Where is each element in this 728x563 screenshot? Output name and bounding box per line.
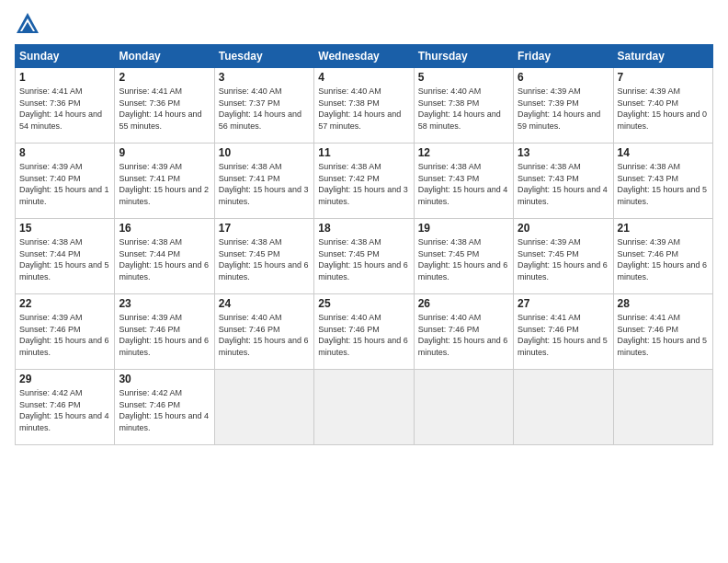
day-detail: Sunrise: 4:39 AMSunset: 7:46 PMDaylight:… — [119, 312, 210, 358]
calendar-cell — [613, 370, 712, 445]
day-detail: Sunrise: 4:40 AMSunset: 7:38 PMDaylight:… — [318, 86, 409, 132]
calendar-cell — [314, 370, 414, 445]
day-number: 18 — [318, 222, 409, 235]
day-number: 4 — [318, 71, 409, 84]
logo-icon — [15, 11, 40, 37]
calendar-table: SundayMondayTuesdayWednesdayThursdayFrid… — [15, 44, 713, 445]
day-number: 24 — [219, 297, 310, 310]
day-detail: Sunrise: 4:41 AMSunset: 7:36 PMDaylight:… — [19, 86, 110, 132]
day-number: 2 — [119, 71, 210, 84]
calendar-cell: 28 Sunrise: 4:41 AMSunset: 7:46 PMDaylig… — [613, 294, 712, 370]
calendar-header-row: SundayMondayTuesdayWednesdayThursdayFrid… — [16, 45, 713, 68]
calendar-cell — [514, 370, 613, 445]
day-number: 12 — [418, 146, 509, 159]
day-number: 25 — [318, 297, 409, 310]
day-number: 30 — [119, 373, 210, 385]
header-wednesday: Wednesday — [314, 45, 414, 68]
day-detail: Sunrise: 4:39 AMSunset: 7:41 PMDaylight:… — [119, 161, 210, 207]
calendar-cell: 29 Sunrise: 4:42 AMSunset: 7:46 PMDaylig… — [16, 370, 115, 445]
day-detail: Sunrise: 4:39 AMSunset: 7:46 PMDaylight:… — [618, 236, 709, 282]
header-monday: Monday — [115, 45, 214, 68]
calendar-cell — [214, 370, 313, 445]
day-detail: Sunrise: 4:41 AMSunset: 7:36 PMDaylight:… — [119, 86, 210, 132]
day-detail: Sunrise: 4:38 AMSunset: 7:43 PMDaylight:… — [418, 161, 509, 207]
day-detail: Sunrise: 4:39 AMSunset: 7:45 PMDaylight:… — [518, 236, 609, 282]
day-number: 17 — [219, 222, 310, 235]
page: SundayMondayTuesdayWednesdayThursdayFrid… — [0, 0, 728, 563]
calendar-cell: 22 Sunrise: 4:39 AMSunset: 7:46 PMDaylig… — [16, 294, 115, 370]
calendar-cell: 12 Sunrise: 4:38 AMSunset: 7:43 PMDaylig… — [414, 144, 513, 219]
day-detail: Sunrise: 4:38 AMSunset: 7:45 PMDaylight:… — [418, 236, 509, 282]
day-detail: Sunrise: 4:38 AMSunset: 7:45 PMDaylight:… — [318, 236, 409, 282]
calendar-cell: 27 Sunrise: 4:41 AMSunset: 7:46 PMDaylig… — [514, 294, 613, 370]
day-detail: Sunrise: 4:39 AMSunset: 7:39 PMDaylight:… — [518, 86, 609, 132]
day-number: 23 — [119, 297, 210, 310]
calendar-cell: 23 Sunrise: 4:39 AMSunset: 7:46 PMDaylig… — [115, 294, 214, 370]
day-detail: Sunrise: 4:38 AMSunset: 7:43 PMDaylight:… — [618, 161, 709, 207]
calendar-cell: 11 Sunrise: 4:38 AMSunset: 7:42 PMDaylig… — [314, 144, 414, 219]
day-detail: Sunrise: 4:39 AMSunset: 7:40 PMDaylight:… — [19, 161, 110, 207]
day-number: 3 — [219, 71, 310, 84]
day-detail: Sunrise: 4:38 AMSunset: 7:43 PMDaylight:… — [518, 161, 609, 207]
day-number: 16 — [119, 222, 210, 235]
day-number: 20 — [518, 222, 609, 235]
calendar-cell: 15 Sunrise: 4:38 AMSunset: 7:44 PMDaylig… — [16, 219, 115, 294]
day-detail: Sunrise: 4:38 AMSunset: 7:41 PMDaylight:… — [219, 161, 310, 207]
day-number: 10 — [219, 146, 310, 159]
header-sunday: Sunday — [16, 45, 115, 68]
calendar-cell: 21 Sunrise: 4:39 AMSunset: 7:46 PMDaylig… — [613, 219, 712, 294]
calendar-week-5: 29 Sunrise: 4:42 AMSunset: 7:46 PMDaylig… — [16, 370, 713, 445]
header-saturday: Saturday — [613, 45, 712, 68]
day-detail: Sunrise: 4:40 AMSunset: 7:46 PMDaylight:… — [418, 312, 509, 358]
day-number: 28 — [618, 297, 709, 310]
day-detail: Sunrise: 4:39 AMSunset: 7:46 PMDaylight:… — [19, 312, 110, 358]
calendar-cell: 4 Sunrise: 4:40 AMSunset: 7:38 PMDayligh… — [314, 68, 414, 144]
calendar-cell: 16 Sunrise: 4:38 AMSunset: 7:44 PMDaylig… — [115, 219, 214, 294]
day-number: 6 — [518, 71, 609, 84]
calendar-cell: 18 Sunrise: 4:38 AMSunset: 7:45 PMDaylig… — [314, 219, 414, 294]
day-number: 1 — [19, 71, 110, 84]
day-detail: Sunrise: 4:42 AMSunset: 7:46 PMDaylight:… — [119, 387, 210, 433]
calendar-cell: 10 Sunrise: 4:38 AMSunset: 7:41 PMDaylig… — [214, 144, 313, 219]
day-detail: Sunrise: 4:42 AMSunset: 7:46 PMDaylight:… — [19, 387, 110, 433]
day-number: 15 — [19, 222, 110, 235]
calendar-cell: 17 Sunrise: 4:38 AMSunset: 7:45 PMDaylig… — [214, 219, 313, 294]
day-number: 19 — [418, 222, 509, 235]
day-detail: Sunrise: 4:39 AMSunset: 7:40 PMDaylight:… — [618, 86, 709, 132]
day-detail: Sunrise: 4:38 AMSunset: 7:44 PMDaylight:… — [119, 236, 210, 282]
calendar-week-3: 15 Sunrise: 4:38 AMSunset: 7:44 PMDaylig… — [16, 219, 713, 294]
header-friday: Friday — [514, 45, 613, 68]
calendar-cell: 19 Sunrise: 4:38 AMSunset: 7:45 PMDaylig… — [414, 219, 513, 294]
calendar-cell: 26 Sunrise: 4:40 AMSunset: 7:46 PMDaylig… — [414, 294, 513, 370]
calendar-cell: 1 Sunrise: 4:41 AMSunset: 7:36 PMDayligh… — [16, 68, 115, 144]
day-detail: Sunrise: 4:41 AMSunset: 7:46 PMDaylight:… — [518, 312, 609, 358]
header — [15, 11, 713, 37]
calendar-cell: 30 Sunrise: 4:42 AMSunset: 7:46 PMDaylig… — [115, 370, 214, 445]
day-detail: Sunrise: 4:40 AMSunset: 7:38 PMDaylight:… — [418, 86, 509, 132]
calendar-week-4: 22 Sunrise: 4:39 AMSunset: 7:46 PMDaylig… — [16, 294, 713, 370]
day-number: 11 — [318, 146, 409, 159]
day-number: 26 — [418, 297, 509, 310]
calendar-cell: 13 Sunrise: 4:38 AMSunset: 7:43 PMDaylig… — [514, 144, 613, 219]
day-number: 13 — [518, 146, 609, 159]
day-number: 8 — [19, 146, 110, 159]
calendar-cell: 24 Sunrise: 4:40 AMSunset: 7:46 PMDaylig… — [214, 294, 313, 370]
day-detail: Sunrise: 4:40 AMSunset: 7:46 PMDaylight:… — [219, 312, 310, 358]
calendar-cell: 5 Sunrise: 4:40 AMSunset: 7:38 PMDayligh… — [414, 68, 513, 144]
calendar-week-1: 1 Sunrise: 4:41 AMSunset: 7:36 PMDayligh… — [16, 68, 713, 144]
day-number: 21 — [618, 222, 709, 235]
calendar-week-2: 8 Sunrise: 4:39 AMSunset: 7:40 PMDayligh… — [16, 144, 713, 219]
day-number: 7 — [618, 71, 709, 84]
calendar-cell: 3 Sunrise: 4:40 AMSunset: 7:37 PMDayligh… — [214, 68, 313, 144]
calendar-cell: 7 Sunrise: 4:39 AMSunset: 7:40 PMDayligh… — [613, 68, 712, 144]
day-number: 27 — [518, 297, 609, 310]
logo — [15, 11, 44, 37]
day-detail: Sunrise: 4:38 AMSunset: 7:42 PMDaylight:… — [318, 161, 409, 207]
calendar-cell — [414, 370, 513, 445]
calendar-cell: 8 Sunrise: 4:39 AMSunset: 7:40 PMDayligh… — [16, 144, 115, 219]
day-detail: Sunrise: 4:38 AMSunset: 7:45 PMDaylight:… — [219, 236, 310, 282]
day-number: 14 — [618, 146, 709, 159]
day-number: 22 — [19, 297, 110, 310]
day-detail: Sunrise: 4:40 AMSunset: 7:46 PMDaylight:… — [318, 312, 409, 358]
header-tuesday: Tuesday — [214, 45, 313, 68]
